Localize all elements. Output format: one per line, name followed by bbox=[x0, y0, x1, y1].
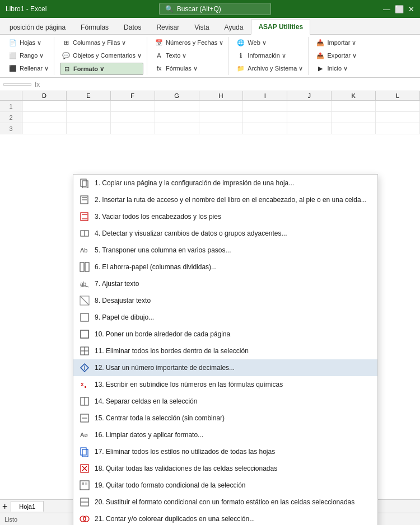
menu-item-5[interactable]: Ab5. Transponer una columna en varios pa… bbox=[73, 242, 377, 259]
texto-button[interactable]: A Texto ∨ bbox=[153, 50, 225, 61]
exportar-button[interactable]: 📤 Exportar ∨ bbox=[314, 50, 358, 61]
rellenar-button[interactable]: ⬛ Rellenar ∨ bbox=[7, 63, 50, 74]
menu-item-icon-12 bbox=[79, 362, 90, 373]
menu-item-2[interactable]: 2. Insertar la ruta de acceso y el nombr… bbox=[73, 191, 377, 208]
menu-item-4[interactable]: 4. Detectar y visualizar cambios de dato… bbox=[73, 225, 377, 242]
menu-item-10[interactable]: 10. Poner un borde alrededor de cada pág… bbox=[73, 326, 377, 343]
ribbon-group-importar: 📥 Importar ∨ 📤 Exportar ∨ ▶ Inicio ∨ bbox=[311, 37, 362, 75]
menu-item-7[interactable]: ab7. Ajustar texto bbox=[73, 275, 377, 292]
archivo-button[interactable]: 📁 Archivo y Sistema ∨ bbox=[235, 63, 305, 74]
tab-datos[interactable]: Datos bbox=[116, 20, 148, 34]
menu-item-icon-18 bbox=[79, 463, 90, 474]
info-icon: ℹ bbox=[236, 51, 245, 60]
menu-item-text-18: 18. Quitar todas las validaciones de las… bbox=[95, 465, 277, 472]
search-box[interactable]: 🔍 Buscar (Alt+Q) bbox=[159, 3, 271, 15]
info-button[interactable]: ℹ Información ∨ bbox=[235, 50, 305, 61]
rango-button[interactable]: ⬜ Rango ∨ bbox=[7, 50, 50, 61]
web-button[interactable]: 🌐 Web ∨ bbox=[235, 37, 305, 48]
formato-button[interactable]: ⊟ Formato ∨ bbox=[60, 63, 143, 75]
menu-item-1[interactable]: 1. Copiar una página y la configuración … bbox=[73, 175, 377, 191]
col-i: I bbox=[243, 91, 287, 100]
menu-item-text-12: 12. Usar un número importante de decimal… bbox=[95, 364, 235, 372]
formula-icon: fx bbox=[35, 81, 40, 88]
svg-text:Aø: Aø bbox=[80, 432, 88, 438]
tab-asap[interactable]: ASAP Utilities bbox=[251, 20, 310, 35]
svg-rect-34 bbox=[80, 481, 89, 490]
svg-rect-36 bbox=[85, 482, 87, 485]
menu-item-text-1: 1. Copiar una página y la configuración … bbox=[95, 179, 294, 187]
table-row: 2 bbox=[0, 112, 420, 123]
menu-item-text-11: 11. Eliminar todos los bordes dentro de … bbox=[95, 347, 249, 355]
menu-item-text-3: 3. Vaciar todos los encabezados y los pi… bbox=[95, 213, 221, 221]
menu-item-text-6: 6. El ahorra-papel (columnas divididas).… bbox=[95, 263, 217, 271]
menu-item-icon-4 bbox=[79, 228, 90, 239]
hojas-button[interactable]: 📄 Hojas ∨ bbox=[7, 37, 50, 48]
hojas-icon: 📄 bbox=[8, 38, 17, 47]
menu-item-text-2: 2. Insertar la ruta de acceso y el nombr… bbox=[95, 196, 367, 204]
menu-item-icon-1 bbox=[79, 177, 90, 189]
svg-point-39 bbox=[80, 516, 86, 522]
tab-formulas[interactable]: Fórmulas bbox=[73, 20, 116, 34]
tab-revisar[interactable]: Revisar bbox=[149, 20, 186, 34]
menu-item-3[interactable]: 3. Vaciar todos los encabezados y los pi… bbox=[73, 208, 377, 225]
tab-vista[interactable]: Vista bbox=[187, 20, 216, 34]
menu-item-18[interactable]: 18. Quitar todas las validaciones de las… bbox=[73, 460, 377, 477]
menu-item-8[interactable]: 8. Desajustar texto bbox=[73, 292, 377, 309]
ribbon-tabs: posición de página Fórmulas Datos Revisa… bbox=[0, 18, 420, 35]
menu-item-icon-2 bbox=[79, 194, 90, 205]
menu-item-icon-9 bbox=[79, 312, 90, 323]
menu-item-text-17: 17. Eliminar todos los estilos no utiliz… bbox=[95, 448, 275, 456]
menu-item-text-21: 21. Contar y/o colorear duplicados en un… bbox=[95, 515, 255, 523]
col-k: K bbox=[332, 91, 376, 100]
col-h: H bbox=[199, 91, 244, 100]
menu-item-13[interactable]: x₂13. Escribir en subíndice los números … bbox=[73, 376, 377, 393]
columnas-button[interactable]: ⊞ Columnas y Filas ∨ bbox=[60, 37, 143, 48]
cell-ref-box[interactable] bbox=[3, 83, 31, 86]
svg-text:x: x bbox=[81, 381, 84, 387]
menu-item-9[interactable]: 9. Papel de dibujo... bbox=[73, 309, 377, 326]
menu-item-17[interactable]: 17. Eliminar todos los estilos no utiliz… bbox=[73, 443, 377, 460]
numeros-button[interactable]: 📅 Números y Fechas ∨ bbox=[153, 37, 225, 48]
row-num-header bbox=[0, 91, 22, 100]
svg-rect-0 bbox=[81, 179, 86, 186]
menu-item-12[interactable]: 12. Usar un número importante de decimal… bbox=[73, 359, 377, 376]
sheet-tab-hoja1[interactable]: Hoja1 bbox=[11, 501, 44, 512]
importar-icon: 📥 bbox=[316, 38, 325, 47]
menu-item-15[interactable]: 15. Centrar toda la selección (sin combi… bbox=[73, 410, 377, 426]
menu-item-icon-19 bbox=[79, 480, 90, 491]
title-bar: Libro1 - Excel 🔍 Buscar (Alt+Q) —⬜✕ bbox=[0, 0, 420, 18]
table-row: 1 bbox=[0, 101, 420, 112]
svg-rect-17 bbox=[81, 330, 88, 338]
svg-line-15 bbox=[80, 296, 89, 305]
menu-item-text-13: 13. Escribir en subíndice los números en… bbox=[95, 381, 283, 388]
svg-rect-29 bbox=[81, 448, 86, 455]
menu-items-container: 1. Copiar una página y la configuración … bbox=[73, 175, 377, 525]
menu-item-16[interactable]: Aø16. Limpiar datos y aplicar formato... bbox=[73, 426, 377, 443]
add-sheet-btn[interactable]: + bbox=[2, 501, 7, 512]
menu-item-text-7: 7. Ajustar texto bbox=[95, 280, 139, 288]
importar-button[interactable]: 📥 Importar ∨ bbox=[314, 37, 358, 48]
menu-item-20[interactable]: 20. Sustituir el formato condicional con… bbox=[73, 494, 377, 510]
menu-item-6[interactable]: 6. El ahorra-papel (columnas divididas).… bbox=[73, 259, 377, 275]
inicio-button[interactable]: ▶ Inicio ∨ bbox=[314, 63, 358, 74]
ribbon-group-web: 🌐 Web ∨ ℹ Información ∨ 📁 Archivo y Sist… bbox=[231, 37, 309, 75]
tab-posicion[interactable]: posición de página bbox=[2, 20, 73, 34]
exportar-icon: 📤 bbox=[316, 51, 325, 60]
window-controls: —⬜✕ bbox=[383, 5, 414, 13]
formulas-ribbon-button[interactable]: fx Fórmulas ∨ bbox=[153, 63, 225, 74]
ribbon-group-columnas: ⊞ Columnas y Filas ∨ 💬 Objetos y Comenta… bbox=[57, 37, 147, 75]
archivo-icon: 📁 bbox=[236, 64, 245, 73]
objetos-button[interactable]: 💬 Objetos y Comentarios ∨ bbox=[60, 50, 143, 61]
svg-rect-5 bbox=[81, 213, 88, 221]
texto-icon: A bbox=[155, 51, 164, 60]
menu-item-21[interactable]: 21. Contar y/o colorear duplicados en un… bbox=[73, 510, 377, 525]
menu-item-11[interactable]: 11. Eliminar todos los bordes dentro de … bbox=[73, 343, 377, 359]
col-d: D bbox=[22, 91, 67, 100]
menu-item-icon-7: ab bbox=[79, 278, 90, 289]
tab-ayuda[interactable]: Ayuda bbox=[217, 20, 251, 34]
menu-item-icon-20 bbox=[79, 496, 90, 508]
menu-item-14[interactable]: 14. Separar celdas en la selección bbox=[73, 393, 377, 410]
menu-item-icon-16: Aø bbox=[79, 429, 90, 440]
menu-item-text-14: 14. Separar celdas en la selección bbox=[95, 397, 197, 405]
menu-item-19[interactable]: 19. Quitar todo formato condicional de l… bbox=[73, 477, 377, 494]
